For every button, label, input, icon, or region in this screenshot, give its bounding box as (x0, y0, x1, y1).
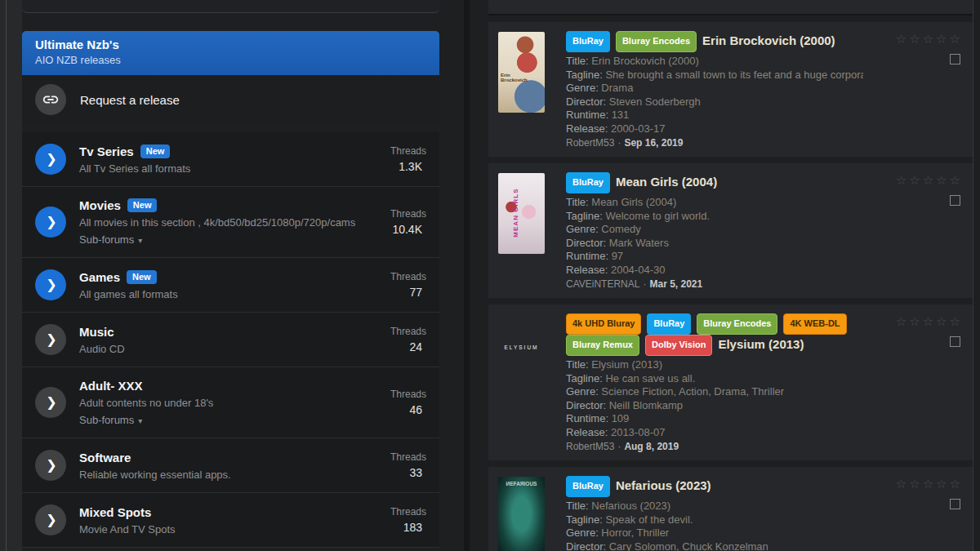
page-edge-divider (6, 0, 7, 551)
star-icon[interactable]: ☆ (936, 477, 949, 491)
thread-title-line: BluRayNefarious (2023) (566, 476, 863, 497)
star-icon[interactable]: ☆ (936, 173, 949, 187)
star-icon[interactable]: ☆ (950, 173, 963, 187)
movie-poster-thumbnail[interactable]: ИEFAЯIOUS (498, 477, 545, 551)
forum-title-link[interactable]: Music (79, 325, 114, 339)
movie-info-line: Title: Elysium (2013) (566, 358, 863, 372)
prefix-badge[interactable]: 4k UHD Bluray (566, 313, 641, 335)
movie-poster-thumbnail[interactable]: MEAN GIRLS (498, 173, 545, 254)
star-icon[interactable]: ☆ (896, 477, 909, 491)
category-header[interactable]: Ultimate Nzb's AIO NZB releases (22, 31, 439, 75)
prefix-badge[interactable]: BluRay (566, 31, 610, 52)
new-badge: New (140, 144, 171, 158)
forum-row[interactable]: ❯ Adult- XXX Adult contents no under 18'… (22, 367, 439, 438)
star-rating[interactable]: ☆☆☆☆☆ (896, 32, 963, 47)
threads-label: Threads (390, 506, 426, 518)
prefix-badge[interactable]: BluRay (647, 313, 691, 335)
star-rating[interactable]: ☆☆☆☆☆ (896, 314, 963, 329)
thread-select-checkbox[interactable] (950, 336, 960, 347)
star-icon[interactable]: ☆ (936, 32, 949, 46)
movie-poster-thumbnail[interactable]: Erin Brockovich (498, 32, 545, 113)
forum-status-chevron-icon: ❯ (35, 387, 66, 418)
prefix-badge[interactable]: Bluray Encodes (616, 31, 697, 52)
thread-list: Erin Brockovich BluRayBluray EncodesErin… (488, 22, 973, 551)
movie-info-line: Director: Neill Blomkamp (566, 399, 863, 413)
author-link[interactable]: CAVEiNTERNAL (566, 278, 639, 290)
threads-count: 24 (409, 340, 422, 353)
author-link[interactable]: RobertM53 (566, 441, 614, 452)
prefix-badge[interactable]: Dolby Vision (645, 335, 712, 356)
forum-row[interactable]: ❯ Software Reliable working essential ap… (22, 438, 439, 493)
forum-title-link[interactable]: Games (79, 270, 120, 284)
movie-info-line: Release: 2004-04-30 (566, 264, 863, 278)
movie-info-line: Genre: Horror, Thriller (566, 527, 863, 540)
forum-stats: Threads 77 (381, 271, 426, 299)
star-icon[interactable]: ☆ (896, 173, 909, 187)
prefix-badge[interactable]: Bluray Remux (566, 335, 639, 356)
prefix-badge[interactable]: 4K WEB-DL (783, 313, 846, 335)
star-icon[interactable]: ☆ (923, 173, 936, 187)
star-rating[interactable]: ☆☆☆☆☆ (896, 477, 963, 491)
star-rating[interactable]: ☆☆☆☆☆ (896, 173, 963, 188)
thread-title-link[interactable]: Mean Girls (2004) (616, 175, 717, 189)
prefix-badge[interactable]: BluRay (566, 172, 610, 193)
thread-title-link[interactable]: Nefarious (2023) (616, 478, 711, 492)
category-title[interactable]: Ultimate Nzb's (35, 38, 426, 51)
forum-row[interactable]: ❯ GamesNew All games all formats Threads… (22, 258, 439, 313)
forum-title-link[interactable]: Software (79, 451, 131, 464)
forum-row[interactable]: ❯ Music Audio CD Threads 24 (22, 313, 439, 367)
star-icon[interactable]: ☆ (909, 314, 922, 328)
forum-row[interactable]: ❯ MoviesNew All movies in this section ,… (22, 187, 439, 258)
forum-description: Audio CD (79, 343, 368, 355)
movie-poster-thumbnail[interactable]: ELYSIUM (498, 314, 545, 395)
thread-date-link[interactable]: Aug 8, 2019 (624, 441, 679, 452)
prefix-badge[interactable]: Bluray Encodes (697, 313, 777, 335)
forum-description: All movies in this section , 4k/bd50/bd2… (79, 216, 368, 229)
forum-row[interactable]: ❯ Mixed Spots Movie And TV Spots Threads… (22, 493, 439, 548)
author-link[interactable]: RobertM53 (566, 137, 614, 149)
movie-info-line: Genre: Drama (566, 82, 863, 96)
forum-stats: Threads 46 (381, 389, 426, 416)
thread-title-line: 4k UHD BlurayBluRayBluray Encodes4K WEB-… (566, 313, 863, 356)
star-icon[interactable]: ☆ (923, 32, 936, 46)
prefix-badges: 4k UHD BlurayBluRayBluray Encodes4K WEB-… (566, 316, 853, 351)
forum-title-link[interactable]: Movies (79, 198, 121, 212)
previous-thread-block-tail (488, 0, 973, 16)
thread-select-checkbox[interactable] (950, 195, 960, 206)
thread-select-checkbox[interactable] (950, 499, 960, 509)
star-icon[interactable]: ☆ (909, 32, 922, 46)
star-icon[interactable]: ☆ (896, 314, 909, 328)
prefix-badge[interactable]: BluRay (566, 476, 610, 497)
star-icon[interactable]: ☆ (896, 32, 909, 46)
star-icon[interactable]: ☆ (909, 173, 922, 187)
subforums-toggle[interactable]: Sub-forums▾ (79, 414, 368, 426)
movie-info-line: Tagline: Speak of the devil. (566, 513, 863, 527)
threads-label: Threads (390, 208, 426, 220)
thread-byline: RobertM53·Sep 16, 2019 (566, 137, 863, 149)
forum-row[interactable]: ❯ Tv SeriesNew All Tv Series all formats… (22, 132, 439, 187)
star-icon[interactable]: ☆ (950, 314, 963, 328)
movie-info-line: Release: 2000-03-17 (566, 122, 863, 136)
forum-title-link[interactable]: Tv Series (79, 144, 134, 158)
threads-label: Threads (390, 145, 426, 157)
thread-date-link[interactable]: Sep 16, 2019 (624, 137, 683, 149)
forum-title-link[interactable]: Adult- XXX (79, 379, 143, 393)
subforums-toggle[interactable]: Sub-forums▾ (79, 233, 368, 246)
star-icon[interactable]: ☆ (936, 314, 949, 328)
movie-info-fields: Title: Nefarious (2023)Tagline: Speak of… (566, 500, 863, 551)
star-icon[interactable]: ☆ (950, 477, 963, 491)
star-icon[interactable]: ☆ (950, 32, 963, 46)
forum-title-link[interactable]: Mixed Spots (79, 505, 151, 519)
star-icon[interactable]: ☆ (923, 477, 936, 491)
thread-date-link[interactable]: Mar 5, 2021 (649, 278, 702, 290)
thread-title-link[interactable]: Erin Brockovich (2000) (702, 33, 835, 47)
star-icon[interactable]: ☆ (923, 314, 936, 328)
thread-select-checkbox[interactable] (950, 54, 960, 64)
request-a-release-link[interactable]: Request a release (22, 75, 439, 124)
threads-count: 183 (403, 521, 422, 534)
new-badge: New (127, 198, 158, 212)
thread-title-link[interactable]: Elysium (2013) (718, 337, 804, 351)
prefix-badges: BluRay (566, 175, 616, 189)
poster-caption: MEAN GIRLS (512, 184, 519, 241)
star-icon[interactable]: ☆ (909, 477, 922, 491)
